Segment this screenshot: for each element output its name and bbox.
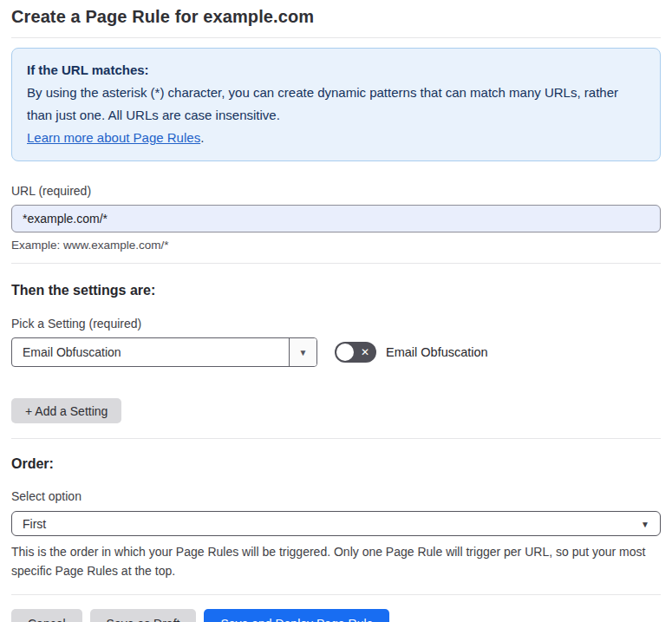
info-box-heading: If the URL matches:: [27, 59, 645, 82]
divider: [11, 438, 661, 439]
toggle-label: Email Obfuscation: [386, 345, 488, 359]
setting-dropdown[interactable]: Email Obfuscation ▼: [11, 337, 317, 367]
save-and-deploy-button[interactable]: Save and Deploy Page Rule: [204, 609, 389, 622]
order-help-text: This is the order in which your Page Rul…: [11, 542, 661, 580]
save-as-draft-button[interactable]: Save as Draft: [90, 609, 197, 622]
url-input[interactable]: [11, 205, 661, 232]
url-label: URL (required): [11, 184, 661, 198]
info-box-link-line: Learn more about Page Rules.: [27, 127, 645, 149]
chevron-down-icon: ▼: [299, 348, 308, 357]
page-title: Create a Page Rule for example.com: [11, 7, 661, 27]
divider: [11, 263, 661, 264]
cancel-button[interactable]: Cancel: [11, 609, 82, 622]
url-example-text: Example: www.example.com/*: [11, 239, 661, 252]
toggle-off-icon: ✕: [361, 347, 369, 357]
setting-dropdown-value: Email Obfuscation: [12, 338, 289, 366]
settings-section-heading: Then the settings are:: [11, 283, 661, 298]
footer-button-row: Cancel Save as Draft Save and Deploy Pag…: [11, 609, 661, 622]
order-select-label: Select option: [11, 489, 661, 503]
info-box-body-text: By using the asterisk (*) character, you…: [27, 85, 618, 122]
pick-setting-label: Pick a Setting (required): [11, 317, 661, 331]
url-matches-info-box: If the URL matches: By using the asteris…: [11, 48, 661, 161]
order-section-heading: Order:: [11, 456, 661, 472]
link-period: .: [200, 130, 204, 145]
add-setting-button[interactable]: + Add a Setting: [11, 398, 121, 423]
setting-row: Email Obfuscation ▼ ✕ Email Obfuscation: [11, 337, 661, 367]
order-select-value: First: [23, 517, 46, 531]
divider: [11, 594, 661, 595]
order-select[interactable]: First ▼: [11, 511, 661, 536]
email-obfuscation-toggle[interactable]: ✕: [335, 342, 376, 363]
info-box-body: By using the asterisk (*) character, you…: [27, 82, 645, 127]
dropdown-arrow-button[interactable]: ▼: [289, 338, 316, 366]
learn-more-link[interactable]: Learn more about Page Rules: [27, 130, 200, 145]
chevron-down-icon: ▼: [641, 519, 649, 528]
toggle-knob: [336, 344, 354, 361]
divider: [11, 37, 661, 38]
